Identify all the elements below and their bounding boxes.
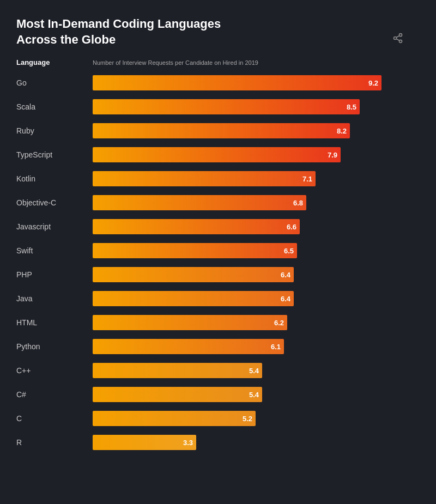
title-line2: Across the Globe <box>16 33 116 46</box>
table-row: C# 5.4 <box>16 385 420 404</box>
svg-text:8.2: 8.2 <box>337 127 347 135</box>
bar-container: 5.4 <box>93 387 420 402</box>
table-row: Objective-C 6.8 <box>16 193 420 212</box>
bar-container: 6.4 <box>93 291 420 306</box>
language-name: R <box>16 438 93 447</box>
svg-text:7.9: 7.9 <box>328 151 337 159</box>
bar-svg: 3.3 <box>93 435 414 450</box>
svg-text:6.4: 6.4 <box>281 295 291 303</box>
svg-rect-25 <box>93 315 287 330</box>
share-icon[interactable] <box>392 33 403 46</box>
bar-container: 5.2 <box>93 411 420 426</box>
svg-rect-35 <box>93 435 196 450</box>
language-name: Scala <box>16 102 93 111</box>
svg-line-4 <box>396 35 399 37</box>
bar-container: 3.3 <box>93 435 420 450</box>
language-name: Kotlin <box>16 174 93 183</box>
table-row: Java 6.4 <box>16 289 420 308</box>
language-name: C <box>16 414 93 423</box>
bar-svg: 5.4 <box>93 387 414 402</box>
language-name: Swift <box>16 246 93 255</box>
bar-container: 6.5 <box>93 243 420 258</box>
bar-container: 8.2 <box>93 123 420 138</box>
chart-title: Most In-Demand Coding Languages Across t… <box>16 16 387 47</box>
language-name: TypeScript <box>16 150 93 159</box>
bar-svg: 6.1 <box>93 339 414 354</box>
bar-container: 7.9 <box>93 147 420 162</box>
table-row: Python 6.1 <box>16 337 420 356</box>
svg-text:6.2: 6.2 <box>274 319 284 327</box>
table-row: PHP 6.4 <box>16 265 420 284</box>
language-name: PHP <box>16 270 93 279</box>
language-column-header: Language <box>16 58 93 66</box>
table-row: C++ 5.4 <box>16 361 420 380</box>
svg-text:6.8: 6.8 <box>293 199 303 207</box>
table-row: Go 9.2 <box>16 73 420 93</box>
svg-text:5.4: 5.4 <box>249 367 259 375</box>
table-row: Ruby 8.2 <box>16 121 420 141</box>
bar-svg: 6.5 <box>93 243 414 258</box>
svg-text:6.4: 6.4 <box>281 271 291 279</box>
svg-rect-21 <box>93 267 294 282</box>
svg-rect-19 <box>93 243 297 258</box>
svg-text:6.6: 6.6 <box>287 223 296 231</box>
chart-rows: Go 9.2 Scala <box>16 73 420 452</box>
svg-line-3 <box>396 39 399 40</box>
svg-text:5.4: 5.4 <box>249 391 259 399</box>
svg-text:6.1: 6.1 <box>271 343 281 351</box>
svg-rect-29 <box>93 363 262 378</box>
svg-text:9.2: 9.2 <box>368 79 378 87</box>
bar-container: 6.6 <box>93 219 420 234</box>
table-row: C 5.2 <box>16 409 420 428</box>
language-name: Go <box>16 78 93 87</box>
svg-text:6.5: 6.5 <box>284 247 294 255</box>
bar-container: 9.2 <box>93 75 420 90</box>
svg-rect-5 <box>93 75 382 90</box>
language-name: Java <box>16 294 93 303</box>
bar-svg: 9.2 <box>93 75 414 90</box>
table-row: Scala 8.5 <box>16 97 420 117</box>
svg-rect-11 <box>93 147 341 162</box>
svg-rect-23 <box>93 291 294 306</box>
svg-text:3.3: 3.3 <box>183 439 193 447</box>
svg-rect-13 <box>93 171 316 186</box>
table-row: TypeScript 7.9 <box>16 145 420 165</box>
svg-text:7.1: 7.1 <box>302 175 312 183</box>
svg-rect-31 <box>93 387 262 402</box>
svg-rect-17 <box>93 219 300 234</box>
bar-svg: 6.6 <box>93 219 414 234</box>
svg-rect-33 <box>93 411 256 426</box>
svg-text:5.2: 5.2 <box>243 415 252 423</box>
bar-svg: 6.8 <box>93 195 414 210</box>
table-row: Javascript 6.6 <box>16 217 420 236</box>
table-row: HTML 6.2 <box>16 313 420 332</box>
bar-container: 6.2 <box>93 315 420 330</box>
language-name: Ruby <box>16 126 93 135</box>
column-headers: Language Number of Interview Requests pe… <box>16 58 420 66</box>
bar-svg: 7.1 <box>93 171 414 186</box>
table-row: Swift 6.5 <box>16 241 420 260</box>
bar-svg: 6.2 <box>93 315 414 330</box>
svg-rect-15 <box>93 195 306 210</box>
bar-container: 6.4 <box>93 267 420 282</box>
language-name: Javascript <box>16 222 93 231</box>
svg-text:8.5: 8.5 <box>347 103 356 111</box>
bar-container: 6.8 <box>93 195 420 210</box>
language-name: C++ <box>16 366 93 375</box>
bar-container: 8.5 <box>93 99 420 114</box>
bar-svg: 5.4 <box>93 363 414 378</box>
bar-svg: 6.4 <box>93 291 414 306</box>
language-name: C# <box>16 390 93 399</box>
bar-container: 7.1 <box>93 171 420 186</box>
svg-rect-9 <box>93 123 350 138</box>
bar-svg: 7.9 <box>93 147 414 162</box>
svg-rect-7 <box>93 99 360 114</box>
bar-container: 6.1 <box>93 339 420 354</box>
svg-point-1 <box>394 37 397 40</box>
bar-column-header: Number of Interview Requests per Candida… <box>93 59 258 66</box>
bar-svg: 8.2 <box>93 123 414 138</box>
language-name: Objective-C <box>16 198 93 207</box>
table-row: R 3.3 <box>16 433 420 452</box>
title-line1: Most In-Demand Coding Languages <box>16 17 221 31</box>
bar-container: 5.4 <box>93 363 420 378</box>
